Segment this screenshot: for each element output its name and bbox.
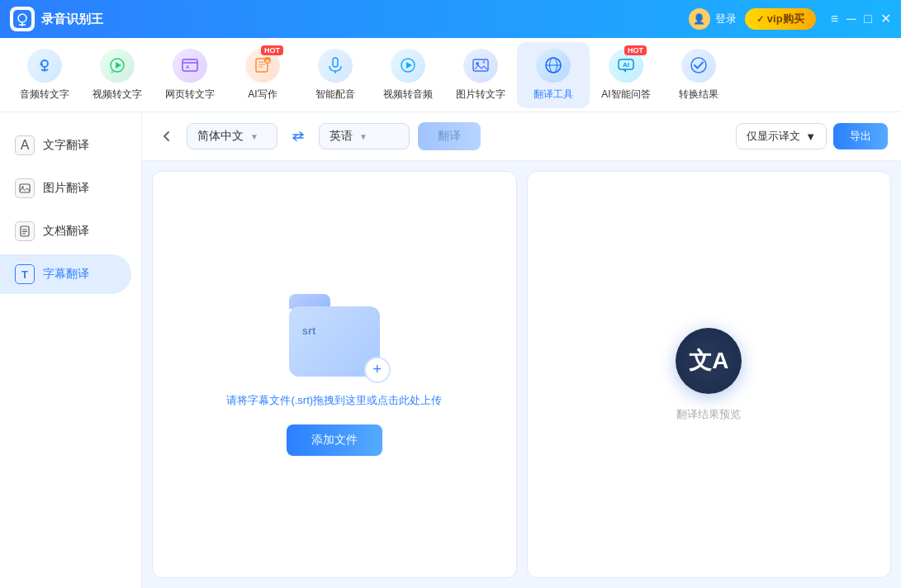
sidebar-subtitle-translate-label: 字幕翻译 [43, 267, 89, 282]
title-bar-left: 录音识别王 [10, 7, 103, 31]
login-button[interactable]: 👤 登录 [689, 8, 737, 30]
nav-item-ai-write[interactable]: AI HOT AI写作 [226, 42, 299, 108]
app-logo [10, 7, 35, 31]
source-lang-select[interactable]: 简体中文 ▼ [187, 123, 277, 149]
source-lang-text: 简体中文 [197, 129, 244, 144]
target-lang-select[interactable]: 英语 ▼ [319, 123, 410, 149]
nav-vvideo-label: 视频转音频 [383, 88, 433, 102]
nav-result-label: 转换结果 [679, 88, 718, 102]
translate-button[interactable]: 翻译 [418, 122, 481, 150]
source-lang-chevron-icon: ▼ [250, 132, 258, 141]
display-chevron-icon: ▼ [805, 130, 816, 143]
plus-circle-icon: + [364, 357, 391, 383]
sidebar-item-doc-translate[interactable]: 文档翻译 [0, 211, 131, 251]
svg-point-24 [476, 62, 479, 65]
sidebar-text-translate-icon: A [15, 135, 35, 155]
target-lang-text: 英语 [330, 129, 353, 144]
sidebar-image-translate-label: 图片翻译 [43, 181, 89, 196]
nav-item-audio[interactable]: A 音频转文字 [8, 42, 81, 108]
hot-badge-ai: HOT [261, 45, 283, 55]
nav-item-img-text[interactable]: A 图片转文字 [444, 42, 517, 108]
vip-label: vip购买 [767, 12, 804, 26]
srt-label: srt [302, 325, 316, 337]
sidebar-text-translate-label: 文字翻译 [43, 138, 89, 153]
upload-area: srt + 请将字幕文件(.srt)拖拽到这里或点击此处上传 添加文件 [226, 172, 442, 577]
menu-icon[interactable]: ≡ [831, 12, 838, 26]
target-lang-chevron-icon: ▼ [359, 132, 368, 141]
nav-item-translate[interactable]: 翻译工具 [517, 42, 590, 108]
nav-ai-qa-label: AI智能问答 [601, 88, 650, 102]
sidebar-doc-translate-icon [15, 221, 35, 241]
sidebar-item-text-translate[interactable]: A 文字翻译 [0, 126, 131, 165]
folder-icon: srt + [285, 294, 384, 377]
svg-rect-10 [183, 59, 197, 71]
nav-ai-write-icon: AI HOT [245, 49, 280, 83]
preview-panel: 文A 翻译结果预览 [527, 171, 892, 578]
nav-item-result[interactable]: 转换结果 [662, 42, 735, 108]
back-button[interactable] [155, 125, 178, 148]
login-label: 登录 [715, 12, 737, 26]
preview-content: 文A 翻译结果预览 [676, 328, 742, 422]
maximize-icon[interactable]: □ [864, 12, 872, 26]
swap-lang-button[interactable] [286, 124, 311, 149]
svg-rect-33 [20, 184, 30, 192]
nav-result-icon [681, 49, 716, 83]
nav-dub-icon [318, 49, 353, 83]
nav-img-text-icon: A [463, 49, 498, 83]
top-nav: A 音频转文字 A 视频转文字 A 网页转文字 AI HOT AI写作 智能配音 [0, 38, 901, 112]
nav-audio-label: 音频转文字 [20, 88, 69, 102]
translation-panels: srt + 请将字幕文件(.srt)拖拽到这里或点击此处上传 添加文件 文A [142, 161, 901, 588]
window-controls: ≡ ─ □ ✕ [831, 12, 891, 26]
avatar: 👤 [689, 8, 710, 30]
sidebar-subtitle-translate-icon: T [15, 264, 35, 284]
nav-web-icon: A [173, 49, 207, 83]
nav-dub-label: 智能配音 [315, 88, 355, 102]
nav-item-dub[interactable]: 智能配音 [299, 42, 372, 108]
nav-web-label: 网页转文字 [165, 88, 215, 102]
vip-check-icon: ✓ [756, 14, 764, 25]
upload-hint: 请将字幕文件(.srt)拖拽到这里或点击此处上传 [226, 393, 442, 408]
nav-ai-qa-icon: AI HOT [609, 49, 643, 83]
svg-point-34 [21, 186, 23, 187]
nav-item-vvideo[interactable]: 视频转音频 [372, 42, 444, 108]
title-bar: 录音识别王 👤 登录 ✓ vip购买 ≡ ─ □ ✕ [0, 0, 901, 38]
upload-panel: srt + 请将字幕文件(.srt)拖拽到这里或点击此处上传 添加文件 [152, 171, 517, 578]
export-button[interactable]: 导出 [833, 123, 888, 149]
nav-img-text-label: 图片转文字 [456, 88, 505, 102]
minimize-icon[interactable]: ─ [846, 12, 856, 26]
translation-toolbar: 简体中文 ▼ 英语 ▼ 翻译 仅显示译文 ▼ 导出 [142, 112, 901, 161]
close-icon[interactable]: ✕ [880, 12, 891, 26]
vip-button[interactable]: ✓ vip购买 [745, 8, 816, 30]
app-title: 录音识别王 [41, 12, 103, 27]
nav-ai-write-label: AI写作 [248, 88, 277, 102]
translate-logo: 文A [676, 328, 742, 394]
upload-hint-text: 请将字幕文件(.srt)拖拽到这里或 [226, 394, 377, 406]
nav-translate-label: 翻译工具 [533, 88, 573, 102]
content-area: 简体中文 ▼ 英语 ▼ 翻译 仅显示译文 ▼ 导出 [142, 112, 901, 588]
display-select[interactable]: 仅显示译文 ▼ [736, 123, 827, 149]
nav-item-web[interactable]: A 网页转文字 [154, 42, 226, 108]
title-bar-right: 👤 登录 ✓ vip购买 ≡ ─ □ ✕ [689, 8, 891, 30]
sidebar-item-subtitle-translate[interactable]: T 字幕翻译 [0, 254, 131, 294]
nav-item-ai-qa[interactable]: AI HOT AI智能问答 [590, 42, 662, 108]
svg-text:AI: AI [266, 59, 271, 64]
svg-marker-8 [116, 62, 121, 69]
svg-point-32 [691, 58, 706, 73]
svg-text:A: A [482, 59, 486, 64]
svg-text:A: A [186, 64, 190, 69]
nav-item-video-text[interactable]: A 视频转文字 [81, 42, 154, 108]
main-area: A 文字翻译 图片翻译 文档翻译 T 字幕翻译 [0, 112, 901, 588]
toolbar-right: 仅显示译文 ▼ 导出 [736, 123, 888, 149]
sidebar: A 文字翻译 图片翻译 文档翻译 T 字幕翻译 [0, 112, 142, 588]
preview-label: 翻译结果预览 [676, 407, 741, 422]
add-file-button[interactable]: 添加文件 [287, 424, 382, 456]
svg-marker-22 [406, 62, 412, 69]
upload-hint-link[interactable]: 点击此处上传 [377, 394, 442, 406]
translate-logo-text: 文A [689, 345, 728, 377]
display-selected-text: 仅显示译文 [747, 129, 800, 144]
nav-video-text-icon: A [100, 49, 135, 83]
svg-text:A: A [40, 61, 44, 66]
svg-text:AI: AI [623, 61, 629, 69]
sidebar-item-image-translate[interactable]: 图片翻译 [0, 168, 131, 208]
nav-audio-icon: A [27, 49, 62, 83]
